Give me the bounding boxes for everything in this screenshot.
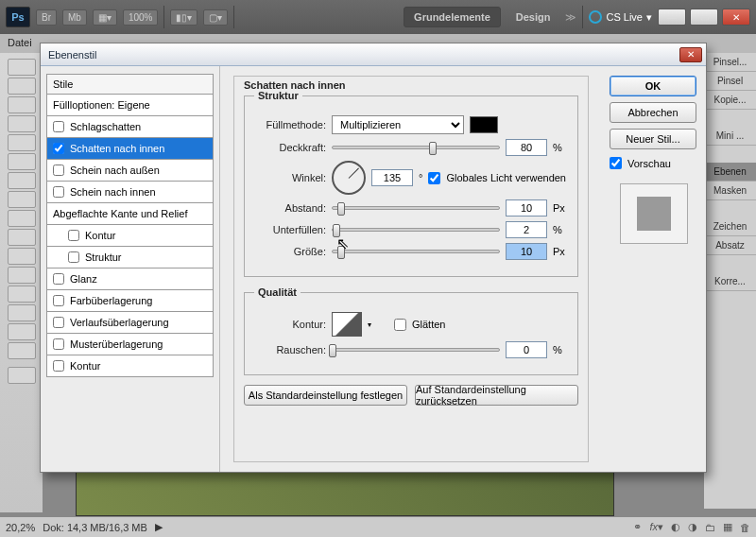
checkbox[interactable] bbox=[53, 338, 64, 350]
style-color-overlay[interactable]: Farbüberlagerung bbox=[46, 290, 214, 312]
checkbox[interactable] bbox=[53, 121, 64, 132]
workspace-grundelemente[interactable]: Grundelemente bbox=[404, 7, 501, 27]
checkbox[interactable] bbox=[53, 295, 64, 306]
newlayer-icon[interactable]: ▦ bbox=[723, 521, 732, 533]
styles-header[interactable]: Stile bbox=[46, 74, 214, 95]
status-zoom[interactable]: 20,2% bbox=[6, 522, 35, 533]
checkbox[interactable] bbox=[53, 273, 64, 285]
crop-tool[interactable] bbox=[8, 134, 36, 151]
lasso-tool[interactable] bbox=[8, 96, 36, 113]
checkbox[interactable] bbox=[53, 165, 64, 176]
style-contour-sub[interactable]: Kontur bbox=[46, 225, 214, 247]
panel-masks[interactable]: Masken bbox=[704, 182, 756, 200]
wand-tool[interactable] bbox=[8, 115, 36, 132]
degree-unit: ° bbox=[419, 172, 422, 183]
style-gradient-overlay[interactable]: Verlaufsüberlagerung bbox=[46, 312, 214, 334]
fillmode-select[interactable]: Multiplizieren bbox=[332, 115, 464, 134]
stamp-tool[interactable] bbox=[8, 210, 36, 227]
panel-adjustments[interactable]: Korre... bbox=[704, 272, 756, 291]
contour-picker[interactable] bbox=[332, 312, 362, 337]
noise-value[interactable] bbox=[506, 341, 547, 358]
link-icon[interactable]: ⚭ bbox=[633, 521, 642, 533]
checkbox[interactable] bbox=[53, 186, 64, 198]
angle-wheel[interactable] bbox=[332, 161, 366, 195]
style-inner-glow[interactable]: Schein nach innen bbox=[46, 182, 214, 203]
fx-icon[interactable]: fx▾ bbox=[649, 521, 663, 533]
dodge-tool[interactable] bbox=[8, 304, 36, 321]
style-drop-shadow[interactable]: Schlagschatten bbox=[46, 116, 214, 138]
mb-button[interactable]: Mb bbox=[62, 9, 87, 26]
checkbox[interactable] bbox=[53, 317, 64, 328]
dialog-close-button[interactable]: ✕ bbox=[679, 47, 702, 62]
style-outer-glow[interactable]: Schein nach außen bbox=[46, 160, 214, 182]
trash-icon[interactable]: 🗑 bbox=[740, 522, 750, 533]
eraser-tool[interactable] bbox=[8, 248, 36, 265]
marquee-tool[interactable] bbox=[8, 78, 36, 95]
pen-tool[interactable] bbox=[8, 323, 36, 340]
checkbox[interactable] bbox=[53, 360, 64, 372]
workspace-design[interactable]: Design bbox=[507, 8, 560, 26]
history-tool[interactable] bbox=[8, 229, 36, 246]
panel-paragraph[interactable]: Absatz bbox=[704, 236, 756, 255]
antialias-checkbox[interactable] bbox=[394, 319, 406, 331]
more-workspaces[interactable]: ≫ bbox=[565, 11, 576, 24]
blur-tool[interactable] bbox=[8, 286, 36, 303]
frame-icon[interactable]: ▦▾ bbox=[93, 9, 117, 26]
healing-tool[interactable] bbox=[8, 172, 36, 189]
panel-brushpresets[interactable]: Pinsel... bbox=[704, 53, 756, 72]
style-inner-shadow[interactable]: Schatten nach innen bbox=[46, 138, 214, 160]
type-tool[interactable] bbox=[8, 342, 36, 359]
foreground-background[interactable] bbox=[8, 367, 36, 384]
view-mode-icon[interactable]: ▮▯▾ bbox=[170, 9, 198, 26]
panel-layers[interactable]: Ebenen bbox=[704, 163, 756, 182]
menu-datei[interactable]: Datei bbox=[8, 37, 32, 48]
reset-default-button[interactable]: Auf Standardeinstellung zurücksetzen bbox=[415, 385, 578, 406]
global-light-checkbox[interactable] bbox=[428, 172, 440, 184]
style-blend-options[interactable]: Füllloptionen: Eigene bbox=[46, 95, 214, 116]
new-style-button[interactable]: Neuer Stil... bbox=[610, 129, 696, 149]
folder-icon[interactable]: 🗀 bbox=[705, 522, 715, 533]
close-button[interactable]: ✕ bbox=[722, 9, 750, 26]
angle-value[interactable] bbox=[371, 169, 413, 186]
color-swatch[interactable] bbox=[470, 116, 498, 133]
style-satin[interactable]: Glanz bbox=[46, 268, 214, 290]
size-slider[interactable] bbox=[332, 250, 500, 253]
canvas[interactable] bbox=[76, 467, 614, 516]
checkbox[interactable] bbox=[68, 230, 79, 241]
eyedropper-tool[interactable] bbox=[8, 153, 36, 170]
style-texture-sub[interactable]: Struktur bbox=[46, 247, 214, 268]
panel-mini[interactable]: Mini ... bbox=[704, 127, 756, 146]
checkbox[interactable] bbox=[53, 143, 64, 154]
opacity-slider[interactable] bbox=[332, 146, 500, 149]
panel-character[interactable]: Zeichen bbox=[704, 217, 756, 236]
style-bevel[interactable]: Abgeflachte Kante und Relief bbox=[46, 203, 214, 225]
choke-value[interactable] bbox=[506, 221, 547, 238]
cslive-button[interactable]: CS Live ▾ bbox=[589, 10, 652, 24]
screen-mode-icon[interactable]: ▢▾ bbox=[203, 9, 228, 26]
adjlayer-icon[interactable]: ◑ bbox=[688, 521, 697, 533]
choke-slider[interactable] bbox=[332, 228, 500, 232]
br-button[interactable]: Br bbox=[36, 9, 57, 26]
zoom-level[interactable]: 100% bbox=[123, 9, 159, 26]
distance-value[interactable] bbox=[506, 199, 547, 217]
panel-brush[interactable]: Pinsel bbox=[704, 72, 756, 91]
maximize-button[interactable]: ▭ bbox=[690, 9, 718, 26]
noise-slider[interactable] bbox=[332, 348, 500, 352]
checkbox[interactable] bbox=[68, 251, 79, 263]
opacity-value[interactable] bbox=[506, 139, 547, 156]
gradient-tool[interactable] bbox=[8, 267, 36, 284]
size-value[interactable] bbox=[506, 243, 547, 260]
style-pattern-overlay[interactable]: Musterüberlagerung bbox=[46, 334, 214, 355]
dialog-titlebar[interactable]: Ebenenstil ✕ bbox=[41, 43, 706, 66]
style-stroke[interactable]: Kontur bbox=[46, 355, 214, 377]
mask-icon[interactable]: ◐ bbox=[671, 521, 680, 533]
brush-tool[interactable] bbox=[8, 191, 36, 208]
panel-clone[interactable]: Kopie... bbox=[704, 91, 756, 110]
make-default-button[interactable]: Als Standardeinstellung festlegen bbox=[244, 385, 407, 406]
ok-button[interactable]: OK bbox=[610, 76, 696, 96]
preview-checkbox[interactable] bbox=[610, 157, 622, 169]
cancel-button[interactable]: Abbrechen bbox=[610, 102, 696, 123]
distance-slider[interactable] bbox=[332, 206, 500, 210]
move-tool[interactable] bbox=[8, 59, 36, 76]
minimize-button[interactable]: — bbox=[658, 9, 686, 26]
